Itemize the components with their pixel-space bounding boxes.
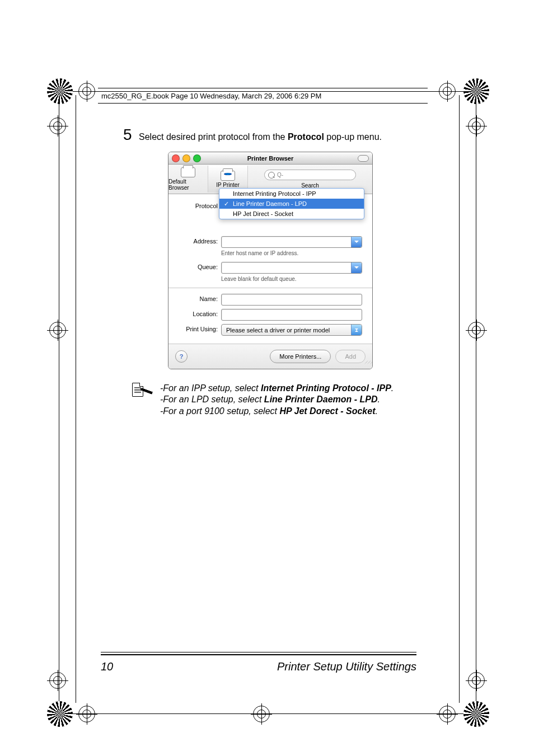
protocol-option-lpd[interactable]: Line Printer Daemon - LPD xyxy=(219,199,364,209)
name-row: Name: xyxy=(179,294,362,306)
crop-line xyxy=(64,91,470,92)
window-footer: ? More Printers... Add xyxy=(168,344,372,369)
print-spoke-icon xyxy=(47,701,73,727)
toolbar-pill-icon[interactable] xyxy=(358,155,369,162)
note-text: -For an IPP setup, select Internet Print… xyxy=(160,383,394,417)
add-button: Add xyxy=(335,350,366,363)
print-registration-icon xyxy=(439,83,456,100)
step: 5 Select desired print protocol from the… xyxy=(123,126,422,144)
more-printers-button[interactable]: More Printers... xyxy=(270,350,331,363)
note-icon xyxy=(131,383,153,398)
address-hint: Enter host name or IP address. xyxy=(221,250,362,256)
chevron-down-icon xyxy=(351,262,362,273)
print-registration-icon xyxy=(49,672,66,689)
toolbar-default-browser[interactable]: Default Browser xyxy=(168,166,208,192)
print-registration-icon xyxy=(439,706,456,722)
address-label: Address: xyxy=(179,236,221,245)
printer-icon xyxy=(181,167,195,177)
print-registration-icon xyxy=(253,706,270,722)
divider xyxy=(168,288,372,288)
search-input[interactable]: Q- xyxy=(264,170,356,180)
name-input[interactable] xyxy=(221,294,362,306)
window-titlebar: Printer Browser xyxy=(168,152,372,165)
address-row: Address: xyxy=(179,236,362,248)
print-header-text: mc2550_RG_E.book Page 10 Wednesday, Marc… xyxy=(101,92,321,100)
window-title: Printer Browser xyxy=(247,155,294,162)
crop-line xyxy=(476,101,476,703)
footer-rule xyxy=(101,652,416,655)
step-text: Select desired print protocol from the P… xyxy=(139,132,382,142)
zoom-icon[interactable] xyxy=(193,154,201,162)
location-input[interactable] xyxy=(221,309,362,321)
protocol-menu: Internet Printing Protocol - IPP Line Pr… xyxy=(219,188,364,219)
crop-line xyxy=(459,95,460,703)
crop-line xyxy=(59,101,59,703)
print-spoke-icon xyxy=(463,701,489,727)
help-button[interactable]: ? xyxy=(175,350,188,363)
resize-grip-icon[interactable]: ／／／／／ xyxy=(364,361,371,368)
printer-browser-window: Printer Browser Default Browser IP Print… xyxy=(168,152,373,369)
print-using-label: Print Using: xyxy=(179,324,221,332)
ip-printer-icon xyxy=(221,171,235,181)
page-body: 5 Select desired print protocol from the… xyxy=(123,126,422,666)
minimize-icon[interactable] xyxy=(182,154,190,162)
print-using-row: Print Using: Please select a driver or p… xyxy=(179,324,362,336)
print-registration-icon xyxy=(49,118,66,134)
protocol-label: Protocol xyxy=(179,201,221,209)
print-registration-icon xyxy=(49,322,66,339)
note-block: -For an IPP setup, select Internet Print… xyxy=(131,383,422,417)
name-label: Name: xyxy=(179,294,221,302)
print-registration-icon xyxy=(78,83,95,100)
print-registration-icon xyxy=(468,322,485,339)
page-number: 10 xyxy=(101,660,113,673)
location-label: Location: xyxy=(179,309,221,317)
print-spoke-icon xyxy=(47,78,73,104)
print-registration-icon xyxy=(468,672,485,689)
search-icon xyxy=(268,172,275,179)
address-input[interactable] xyxy=(221,236,362,248)
print-header: mc2550_RG_E.book Page 10 Wednesday, Marc… xyxy=(98,88,428,104)
print-spoke-icon xyxy=(463,78,489,104)
queue-hint: Leave blank for default queue. xyxy=(221,276,362,282)
page-title: Printer Setup Utility Settings xyxy=(277,660,416,673)
crop-line xyxy=(76,95,76,703)
print-registration-icon xyxy=(78,706,95,722)
chevron-down-icon xyxy=(351,237,362,247)
location-row: Location: xyxy=(179,309,362,321)
protocol-option-ipp[interactable]: Internet Printing Protocol - IPP xyxy=(219,189,364,199)
queue-row: Queue: xyxy=(179,262,362,274)
protocol-row: Protocol Line Printer Daemon - LPD Inter… xyxy=(179,201,362,213)
print-using-popup[interactable]: Please select a driver or printer model xyxy=(221,324,362,336)
close-icon[interactable] xyxy=(172,154,180,162)
queue-label: Queue: xyxy=(179,262,221,270)
queue-input[interactable] xyxy=(221,262,362,274)
chevron-updown-icon xyxy=(351,325,362,335)
print-registration-icon xyxy=(468,118,485,134)
protocol-option-socket[interactable]: HP Jet Direct - Socket xyxy=(219,209,364,219)
step-number: 5 xyxy=(123,126,132,144)
